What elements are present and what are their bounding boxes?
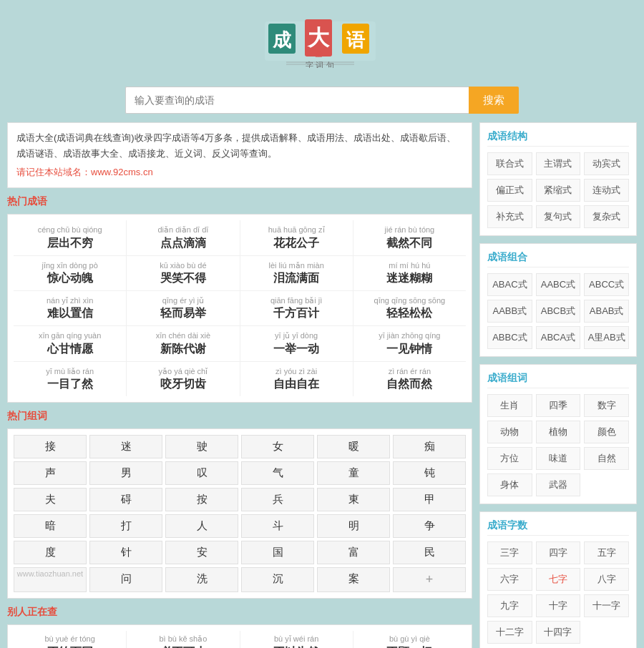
combination-item[interactable]: AABB式 [487, 300, 532, 323]
charcount-item[interactable]: 四字 [536, 541, 581, 564]
charcount-item[interactable]: 三字 [487, 541, 532, 564]
word-item[interactable]: 问 [89, 567, 162, 592]
word-item[interactable]: 叹 [165, 461, 238, 485]
more-words-button[interactable]: + [393, 567, 466, 592]
idiom-cell[interactable]: xīn gān qíng yuàn 心甘情愿 [14, 326, 127, 360]
word-item[interactable]: 男 [89, 461, 162, 485]
idiom-cell[interactable]: lèi liú mǎn miàn 泪流满面 [240, 256, 353, 290]
idiom-cell[interactable]: nán yǐ zhì xìn 难以置信 [14, 291, 127, 325]
word-item[interactable]: 斗 [241, 514, 314, 538]
idiom-cell[interactable]: yǎo yá qiè chǐ 咬牙切齿 [127, 362, 240, 396]
combination-item[interactable]: AABC式 [536, 273, 581, 296]
structure-item[interactable]: 补充式 [487, 205, 532, 228]
groupword-item[interactable]: 动物 [487, 421, 532, 443]
idiom-cell[interactable]: qīng ér yì jǔ 轻而易举 [127, 291, 240, 325]
idiom-cell[interactable]: jīng xīn dòng pò 惊心动魄 [14, 256, 127, 290]
structure-item[interactable]: 联合式 [487, 152, 532, 175]
groupword-item[interactable]: 武器 [536, 473, 581, 496]
search-input[interactable] [125, 87, 469, 114]
word-item[interactable]: 针 [89, 541, 162, 564]
word-item[interactable]: 气 [241, 461, 314, 485]
charcount-item[interactable]: 九字 [487, 594, 532, 617]
idiom-cell[interactable]: céng chū bù qióng 层出不穷 [14, 220, 127, 255]
groupword-item[interactable]: 生肖 [487, 394, 532, 417]
word-item[interactable]: 驶 [165, 435, 238, 458]
combination-item[interactable]: A里AB式 [584, 326, 629, 349]
word-item[interactable]: 暗 [14, 514, 87, 538]
charcount-item[interactable]: 十字 [536, 594, 581, 617]
combination-item[interactable]: ABAB式 [584, 300, 629, 323]
idiom-cell[interactable]: qiān fāng bǎi jì 千方百计 [240, 291, 353, 325]
charcount-item[interactable]: 十一字 [584, 594, 629, 617]
charcount-item[interactable]: 六字 [487, 568, 532, 591]
groupword-item[interactable]: 自然 [584, 447, 629, 470]
charcount-item[interactable]: 十二字 [487, 621, 532, 644]
idiom-cell[interactable]: zì yóu zì zài 自由自在 [240, 362, 353, 396]
idiom-cell[interactable]: huā huā gōng zǐ 花花公子 [240, 220, 353, 255]
word-item[interactable]: 兵 [241, 488, 314, 511]
combination-item[interactable]: ABAC式 [487, 273, 532, 296]
groupword-item[interactable]: 数字 [584, 394, 629, 417]
combination-item[interactable]: ABCA式 [536, 326, 581, 349]
word-item[interactable]: 民 [393, 541, 466, 564]
word-item[interactable]: 钝 [393, 461, 466, 485]
idiom-cell[interactable]: yī mù liǎo rán 一目了然 [14, 362, 127, 396]
structure-item[interactable]: 动宾式 [584, 152, 629, 175]
idiom-cell[interactable]: mí mí hú hú 迷迷糊糊 [353, 256, 466, 290]
structure-item[interactable]: 复句式 [536, 205, 581, 228]
word-item[interactable]: 痴 [393, 435, 466, 458]
word-item[interactable]: 人 [165, 514, 238, 538]
word-item[interactable]: 洗 [165, 567, 238, 592]
idiom-cell[interactable]: xīn chén dài xiè 新陈代谢 [127, 326, 240, 360]
structure-item[interactable]: 紧缩式 [536, 179, 581, 202]
structure-item[interactable]: 偏正式 [487, 179, 532, 202]
groupword-item[interactable]: 四季 [536, 394, 581, 417]
word-item[interactable]: 安 [165, 541, 238, 564]
word-item[interactable]: 度 [14, 541, 87, 564]
groupword-item[interactable]: 方位 [487, 447, 532, 470]
word-item[interactable]: 女 [241, 435, 314, 458]
word-item[interactable]: 東 [317, 488, 390, 511]
word-item[interactable]: 夫 [14, 488, 87, 511]
word-item[interactable]: 国 [241, 541, 314, 564]
search-button[interactable]: 搜索 [469, 87, 519, 114]
structure-item[interactable]: 连动式 [584, 179, 629, 202]
word-item[interactable]: 碍 [89, 488, 162, 511]
groupword-item[interactable]: 颜色 [584, 421, 629, 443]
others-cell[interactable]: bì bù kě shǎo 必不可少 [127, 631, 240, 648]
word-item[interactable]: 迷 [89, 435, 162, 458]
word-item[interactable]: 明 [317, 514, 390, 538]
others-cell[interactable]: bù yuè ér tóng 不约而同 [14, 631, 127, 648]
charcount-item[interactable]: 五字 [584, 541, 629, 564]
idiom-cell[interactable]: yī jiàn zhōng qíng 一见钟情 [353, 326, 466, 360]
idiom-cell[interactable]: diǎn diǎn dī dī 点点滴滴 [127, 220, 240, 255]
groupword-item[interactable]: 味道 [536, 447, 581, 470]
structure-item[interactable]: 复杂式 [584, 205, 629, 228]
word-item[interactable]: 富 [317, 541, 390, 564]
combination-item[interactable]: ABCC式 [584, 273, 629, 296]
word-item[interactable]: 案 [317, 567, 390, 592]
word-item[interactable]: 接 [14, 435, 87, 458]
charcount-item[interactable]: 十四字 [536, 621, 581, 644]
word-item[interactable]: 争 [393, 514, 466, 538]
others-cell[interactable]: bù gù yì qiè 不顾一切 [353, 631, 466, 648]
idiom-cell[interactable]: kū xiào bù dé 哭笑不得 [127, 256, 240, 290]
idiom-cell[interactable]: yī jǔ yī dòng 一举一动 [240, 326, 353, 360]
word-item[interactable]: 暖 [317, 435, 390, 458]
word-item[interactable]: 甲 [393, 488, 466, 511]
idiom-cell[interactable]: jié rán bù tóng 截然不同 [353, 220, 466, 255]
idiom-cell[interactable]: zì rán ér rán 自然而然 [353, 362, 466, 396]
groupword-item[interactable]: 植物 [536, 421, 581, 443]
structure-item[interactable]: 主谓式 [536, 152, 581, 175]
charcount-item[interactable]: 七字 [536, 568, 581, 591]
word-item[interactable]: 沉 [241, 567, 314, 592]
word-item[interactable]: 声 [14, 461, 87, 485]
idiom-cell[interactable]: qīng qīng sōng sōng 轻轻松松 [353, 291, 466, 325]
charcount-item[interactable]: 八字 [584, 568, 629, 591]
combination-item[interactable]: ABCB式 [536, 300, 581, 323]
word-item[interactable]: 按 [165, 488, 238, 511]
word-item[interactable]: 童 [317, 461, 390, 485]
combination-item[interactable]: ABBC式 [487, 326, 532, 349]
groupword-item[interactable]: 身体 [487, 473, 532, 496]
word-item[interactable]: 打 [89, 514, 162, 538]
